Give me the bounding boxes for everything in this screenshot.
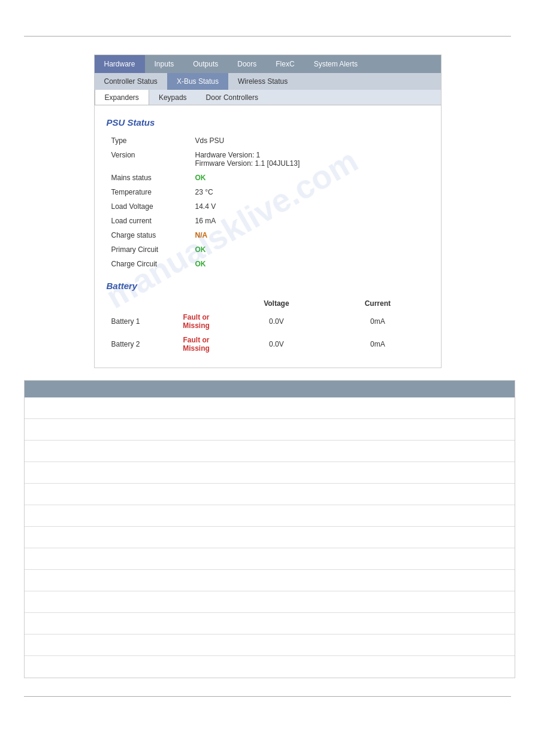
list-item — [25, 505, 515, 527]
lower-section — [24, 380, 511, 678]
list-item — [25, 548, 515, 570]
nav-door-controllers[interactable]: Door Controllers — [197, 90, 268, 105]
field-value: Vds PSU — [191, 133, 429, 148]
battery-row-2: Battery 2 Fault orMissing 0.0V 0mA — [107, 333, 429, 356]
nav-keypads[interactable]: Keypads — [149, 90, 197, 105]
nav-hardware[interactable]: Hardware — [95, 55, 145, 73]
list-item — [25, 656, 515, 678]
battery-2-voltage: 0.0V — [226, 333, 327, 356]
field-label: Temperature — [107, 185, 191, 199]
nav-flexc[interactable]: FlexC — [266, 55, 304, 73]
list-item — [25, 441, 515, 462]
table-row: Primary Circuit OK — [107, 242, 429, 257]
nav-xbus-status[interactable]: X-Bus Status — [167, 73, 228, 90]
field-label: Primary Circuit — [107, 242, 191, 257]
battery-1-status: Fault orMissing — [167, 310, 226, 333]
list-item — [25, 613, 515, 634]
battery-col-status — [167, 297, 226, 310]
table-row: Charge status N/A — [107, 228, 429, 242]
second-nav-bar: Controller Status X-Bus Status Wireless … — [95, 73, 441, 90]
field-label: Version — [107, 148, 191, 171]
table-row: Load Voltage 14.4 V — [107, 199, 429, 214]
list-item — [25, 591, 515, 613]
lower-table-header — [25, 381, 515, 397]
field-value-ok: OK — [191, 257, 429, 271]
battery-col-name — [107, 297, 167, 310]
content-area: PSU Status Type Vds PSU Version Hardware… — [95, 105, 441, 368]
table-row: Temperature 23 °C — [107, 185, 429, 199]
field-value: 16 mA — [191, 214, 429, 228]
battery-2-status: Fault orMissing — [167, 333, 226, 356]
list-item — [25, 419, 515, 441]
battery-title: Battery — [107, 281, 429, 291]
nav-inputs[interactable]: Inputs — [145, 55, 184, 73]
battery-header-row: Voltage Current — [107, 297, 429, 310]
table-row: Version Hardware Version: 1Firmware Vers… — [107, 148, 429, 171]
battery-1-name: Battery 1 — [107, 310, 167, 333]
battery-1-voltage: 0.0V — [226, 310, 327, 333]
psu-status-title: PSU Status — [107, 117, 429, 127]
battery-table: Voltage Current Battery 1 Fault orMissin… — [107, 297, 429, 356]
table-row: Charge Circuit OK — [107, 257, 429, 271]
table-row: Type Vds PSU — [107, 133, 429, 148]
lower-table-rows — [25, 397, 515, 678]
third-nav-bar: Expanders Keypads Door Controllers — [95, 90, 441, 105]
list-item — [25, 527, 515, 548]
psu-info-table: Type Vds PSU Version Hardware Version: 1… — [107, 133, 429, 271]
field-label: Load current — [107, 214, 191, 228]
field-value: 23 °C — [191, 185, 429, 199]
main-panel: Hardware Inputs Outputs Doors FlexC Syst… — [94, 54, 442, 368]
nav-system-alerts[interactable]: System Alerts — [304, 55, 367, 73]
battery-1-current: 0mA — [327, 310, 428, 333]
battery-row-1: Battery 1 Fault orMissing 0.0V 0mA — [107, 310, 429, 333]
table-row: Mains status OK — [107, 171, 429, 185]
field-label: Load Voltage — [107, 199, 191, 214]
table-row: Load current 16 mA — [107, 214, 429, 228]
field-value-ok: OK — [191, 171, 429, 185]
field-label: Mains status — [107, 171, 191, 185]
field-label: Charge status — [107, 228, 191, 242]
lower-table-container — [24, 380, 515, 678]
list-item — [25, 397, 515, 419]
nav-controller-status[interactable]: Controller Status — [95, 73, 167, 90]
field-label: Type — [107, 133, 191, 148]
battery-2-current: 0mA — [327, 333, 428, 356]
list-item — [25, 462, 515, 484]
battery-2-name: Battery 2 — [107, 333, 167, 356]
field-value: Hardware Version: 1Firmware Version: 1.1… — [191, 148, 429, 171]
battery-col-current: Current — [327, 297, 428, 310]
field-value-na: N/A — [191, 228, 429, 242]
nav-doors[interactable]: Doors — [228, 55, 266, 73]
list-item — [25, 484, 515, 505]
field-label-charge-circuit: Charge Circuit — [107, 257, 191, 271]
field-value: 14.4 V — [191, 199, 429, 214]
list-item — [25, 634, 515, 656]
nav-wireless-status[interactable]: Wireless Status — [228, 73, 297, 90]
nav-expanders[interactable]: Expanders — [95, 90, 149, 105]
list-item — [25, 570, 515, 591]
field-value-ok: OK — [191, 242, 429, 257]
top-nav-bar: Hardware Inputs Outputs Doors FlexC Syst… — [95, 55, 441, 73]
battery-col-voltage: Voltage — [226, 297, 327, 310]
nav-outputs[interactable]: Outputs — [183, 55, 228, 73]
